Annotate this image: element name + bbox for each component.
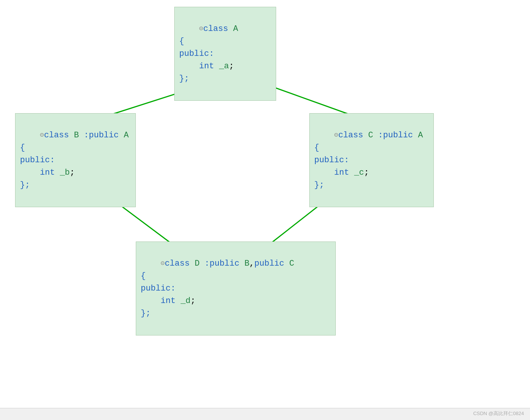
close-brace-b: }; xyxy=(20,180,30,190)
inherit-b: :public xyxy=(84,131,124,140)
access-a: public: xyxy=(179,49,214,58)
class-b-box: ⊝class B :public A { public: int _b; }; xyxy=(15,113,136,207)
open-brace-d: { xyxy=(141,271,146,281)
var-a: _a xyxy=(219,62,229,71)
access-b: public: xyxy=(20,155,55,165)
classname-b: B xyxy=(74,131,84,140)
inherit-d1: :public xyxy=(204,259,244,268)
var-b: _b xyxy=(60,168,70,177)
open-brace-a: { xyxy=(179,37,184,46)
semi-c: ; xyxy=(364,168,369,177)
watermark: CSDN @高比拜仁0824 xyxy=(473,410,524,417)
type-a: int xyxy=(199,62,219,71)
bottom-bar: CSDN @高比拜仁0824 xyxy=(0,408,530,420)
class-a-box: ⊝class A { public: int _a; }; xyxy=(174,7,276,101)
collapse-icon-a: ⊝ xyxy=(199,25,203,32)
keyword-class-b: class xyxy=(44,131,74,140)
open-brace-b: { xyxy=(20,143,25,152)
class-d-box: ⊝class D :public B,public C { public: in… xyxy=(136,242,336,335)
semi-b: ; xyxy=(70,168,75,177)
close-brace-a: }; xyxy=(179,74,189,83)
classname-d: D xyxy=(195,259,204,268)
classname-c: C xyxy=(368,131,378,140)
inherit-class-b: A xyxy=(124,131,129,140)
collapse-icon-b: ⊝ xyxy=(40,131,44,139)
var-d: _d xyxy=(181,296,190,306)
type-b: int xyxy=(40,168,60,177)
inherit-class-c: A xyxy=(418,131,423,140)
close-brace-c: }; xyxy=(314,180,324,190)
inherit-class-d2: C xyxy=(289,259,294,268)
inherit-d2: public xyxy=(254,259,289,268)
diagram-container: ⊝class A { public: int _a; }; ⊝class B :… xyxy=(0,0,530,408)
keyword-class-a: class xyxy=(203,24,233,34)
open-brace-c: { xyxy=(314,143,319,152)
class-c-box: ⊝class C :public A { public: int _c; }; xyxy=(309,113,434,207)
type-d: int xyxy=(161,296,181,306)
inherit-class-d1: B xyxy=(244,259,249,268)
type-c: int xyxy=(334,168,354,177)
access-c: public: xyxy=(314,155,349,165)
collapse-icon-c: ⊝ xyxy=(334,131,338,139)
comma-d: , xyxy=(249,259,254,268)
keyword-class-d: class xyxy=(165,259,195,268)
classname-a: A xyxy=(233,24,238,34)
var-c: _c xyxy=(354,168,364,177)
access-d: public: xyxy=(141,284,175,293)
semi-d: ; xyxy=(190,296,195,306)
collapse-icon-d: ⊝ xyxy=(161,260,165,267)
semi-a: ; xyxy=(229,62,234,71)
close-brace-d: }; xyxy=(141,309,151,318)
svg-line-2 xyxy=(264,84,355,116)
keyword-class-c: class xyxy=(338,131,368,140)
inherit-c: :public xyxy=(378,131,418,140)
